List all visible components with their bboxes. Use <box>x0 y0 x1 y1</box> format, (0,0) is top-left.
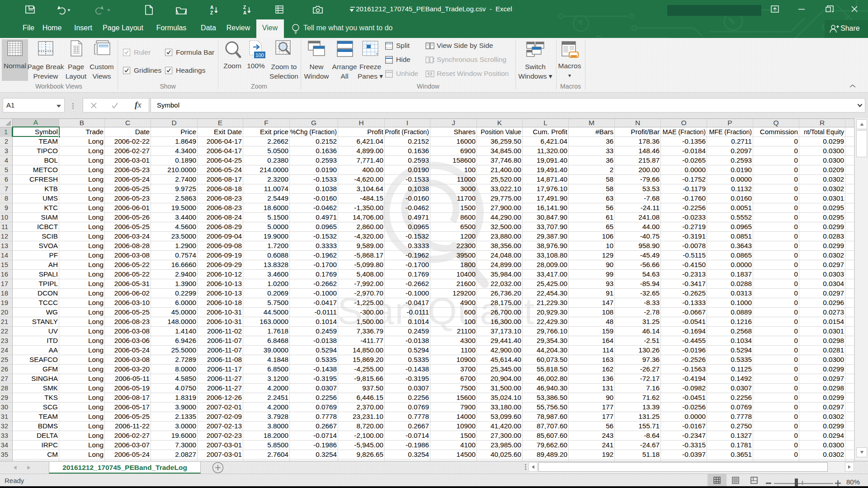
svg-text:A: A <box>210 5 213 10</box>
svg-text:Z: Z <box>243 5 246 10</box>
svg-text:100: 100 <box>255 52 264 58</box>
svg-text:Z: Z <box>210 10 213 15</box>
svg-text:A: A <box>243 10 246 15</box>
